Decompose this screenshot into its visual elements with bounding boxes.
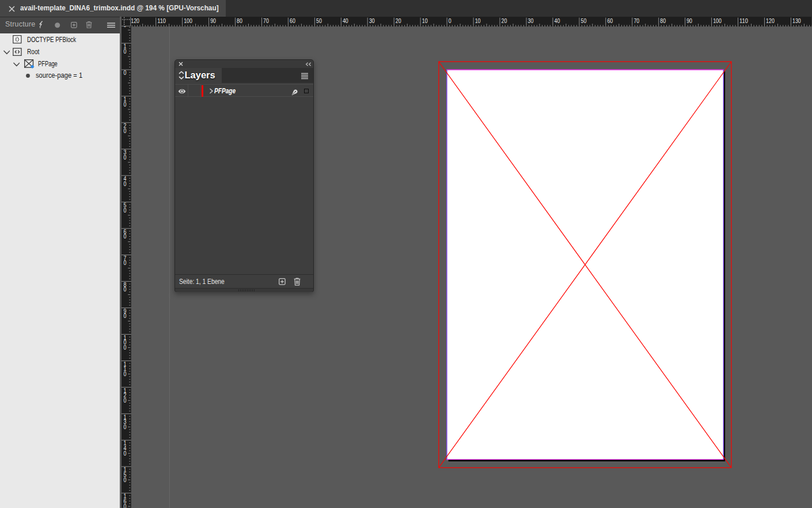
svg-text:100: 100 [184,17,193,24]
svg-text:0: 0 [124,101,127,108]
svg-text:0: 0 [124,233,127,240]
svg-text:10: 10 [475,17,481,24]
svg-text:20: 20 [502,17,507,24]
svg-text:40: 40 [343,17,348,24]
svg-text:130: 130 [792,17,801,24]
svg-text:0: 0 [124,344,127,351]
svg-text:100: 100 [714,17,722,24]
svg-text:90: 90 [211,17,217,24]
svg-text:0: 0 [124,313,127,320]
svg-text:70: 70 [634,17,640,24]
svg-text:80: 80 [661,17,666,24]
svg-text:120: 120 [766,17,775,24]
svg-text:0: 0 [124,423,127,430]
svg-text:60: 60 [290,17,295,24]
svg-text:50: 50 [581,17,587,24]
svg-text:0: 0 [124,286,127,293]
svg-text:120: 120 [131,17,140,24]
svg-text:0: 0 [124,127,127,134]
svg-text:0: 0 [124,476,127,483]
svg-text:20: 20 [396,17,401,24]
svg-text:80: 80 [237,17,242,24]
svg-text:50: 50 [316,17,322,24]
svg-text:30: 30 [369,17,375,24]
svg-text:0: 0 [124,207,127,214]
svg-text:0: 0 [124,503,127,508]
svg-text:90: 90 [687,17,693,24]
svg-text:0: 0 [124,397,127,404]
svg-text:30: 30 [528,17,534,24]
svg-text:0: 0 [124,370,127,377]
svg-text:70: 70 [263,17,269,24]
svg-text:40: 40 [555,17,560,24]
svg-text:0: 0 [124,48,127,55]
svg-text:60: 60 [608,17,613,24]
svg-text:110: 110 [158,17,166,24]
svg-text:0: 0 [124,450,127,457]
svg-text:0: 0 [124,260,127,267]
svg-text:10: 10 [422,17,428,24]
svg-text:0: 0 [449,17,451,24]
svg-text:110: 110 [739,17,748,24]
svg-text:0: 0 [124,180,127,187]
svg-text:0: 0 [124,154,127,161]
svg-text:0: 0 [124,70,127,77]
